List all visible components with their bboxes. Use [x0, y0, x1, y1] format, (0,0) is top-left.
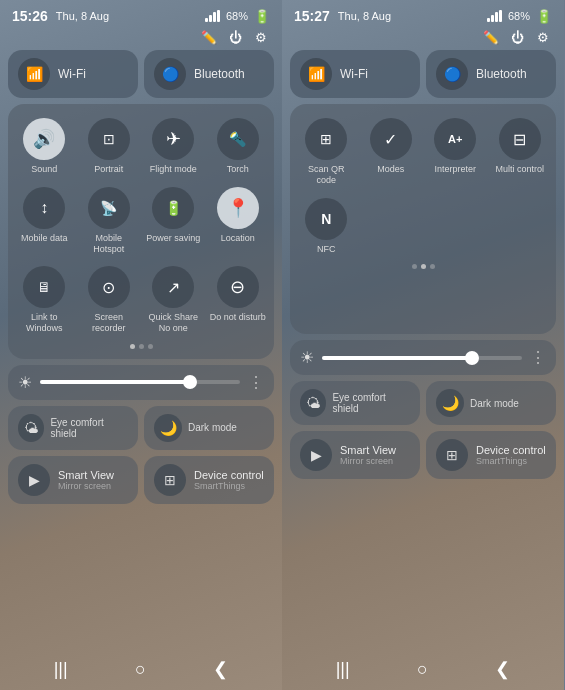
smart-view-btn-1[interactable]: ▶ Smart View Mirror screen — [8, 456, 138, 504]
brightness-bar-2[interactable] — [322, 356, 522, 360]
nav-bar-2: ||| ○ ❮ — [282, 650, 564, 690]
device-control-label-1: Device control — [194, 469, 264, 481]
device-control-btn-2[interactable]: ⊞ Device control SmartThings — [426, 431, 556, 479]
home-nav-icon-1[interactable]: ○ — [135, 659, 146, 680]
mobile-data-label: Mobile data — [21, 233, 68, 244]
edit-icon-2[interactable]: ✏️ — [482, 28, 500, 46]
tile-portrait[interactable]: ⊡ Portrait — [79, 114, 140, 179]
wifi-icon-2: 📶 — [300, 58, 332, 90]
tile-nfc[interactable]: N NFC — [296, 194, 357, 259]
comfort-row-2: 🌤 Eye comfort shield 🌙 Dark mode — [290, 381, 556, 425]
bluetooth-label-2: Bluetooth — [476, 67, 527, 81]
status-time-2: 15:27 — [294, 8, 330, 24]
device-control-icon-2: ⊞ — [436, 439, 468, 471]
wifi-label-1: Wi-Fi — [58, 67, 86, 81]
brightness-more-icon-2[interactable]: ⋮ — [530, 348, 546, 367]
smart-view-btn-2[interactable]: ▶ Smart View Mirror screen — [290, 431, 420, 479]
signal-icon — [205, 10, 220, 22]
torch-label: Torch — [227, 164, 249, 175]
screen-recorder-icon: ⊙ — [88, 266, 130, 308]
tile-scan-qr[interactable]: ⊞ Scan QR code — [296, 114, 357, 190]
dot-3 — [148, 344, 153, 349]
home-nav-icon-2[interactable]: ○ — [417, 659, 428, 680]
recent-nav-icon-1[interactable]: ||| — [54, 659, 68, 680]
device-control-sub-1: SmartThings — [194, 481, 264, 491]
page-dots-1 — [14, 344, 268, 349]
tiles-container-2: ⊞ Scan QR code ✓ Modes A+ Interpreter ⊟ … — [290, 104, 556, 334]
power-saving-icon: 🔋 — [152, 187, 194, 229]
tile-torch[interactable]: 🔦 Torch — [208, 114, 269, 179]
action-icons-2: ✏️ ⏻ ⚙ — [282, 28, 564, 50]
wifi-toggle-1[interactable]: 📶 Wi-Fi — [8, 50, 138, 98]
comfort-row-1: 🌤 Eye comfort shield 🌙 Dark mode — [8, 406, 274, 450]
battery-icon-2: 🔋 — [536, 9, 552, 24]
brightness-bar-1[interactable] — [40, 380, 240, 384]
settings-icon-1[interactable]: ⚙ — [252, 28, 270, 46]
device-control-btn-1[interactable]: ⊞ Device control SmartThings — [144, 456, 274, 504]
sound-label: Sound — [31, 164, 57, 175]
status-date-2: Thu, 8 Aug — [338, 10, 391, 22]
tile-location[interactable]: 📍 Location — [208, 183, 269, 259]
back-nav-icon-2[interactable]: ❮ — [495, 658, 510, 680]
dark-mode-btn-1[interactable]: 🌙 Dark mode — [144, 406, 274, 450]
eye-comfort-btn-1[interactable]: 🌤 Eye comfort shield — [8, 406, 138, 450]
edit-icon-1[interactable]: ✏️ — [200, 28, 218, 46]
location-label: Location — [221, 233, 255, 244]
nfc-icon: N — [305, 198, 347, 240]
torch-icon: 🔦 — [217, 118, 259, 160]
scan-qr-label: Scan QR code — [298, 164, 355, 186]
device-control-text-2: Device control SmartThings — [476, 444, 546, 466]
bluetooth-label-1: Bluetooth — [194, 67, 245, 81]
bluetooth-icon-2: 🔵 — [436, 58, 468, 90]
tile-modes[interactable]: ✓ Modes — [361, 114, 422, 190]
recent-nav-icon-2[interactable]: ||| — [336, 659, 350, 680]
power-icon-2[interactable]: ⏻ — [508, 28, 526, 46]
dnd-icon: ⊖ — [217, 266, 259, 308]
tiles-grid-2: ⊞ Scan QR code ✓ Modes A+ Interpreter ⊟ … — [296, 114, 550, 258]
tile-mobile-data[interactable]: ↕ Mobile data — [14, 183, 75, 259]
bluetooth-toggle-2[interactable]: 🔵 Bluetooth — [426, 50, 556, 98]
tile-dnd[interactable]: ⊖ Do not disturb — [208, 262, 269, 338]
tile-quick-share[interactable]: ↗ Quick Share No one — [143, 262, 204, 338]
smart-view-sub-2: Mirror screen — [340, 456, 396, 466]
dark-mode-icon-2: 🌙 — [436, 389, 464, 417]
status-bar-2: 15:27 Thu, 8 Aug 68% 🔋 — [282, 0, 564, 28]
smart-view-label-2: Smart View — [340, 444, 396, 456]
brightness-low-icon-2: ☀ — [300, 348, 314, 367]
qs-container-1: 📶 Wi-Fi 🔵 Bluetooth 🔊 Sound ⊡ Portrait — [0, 50, 282, 504]
multi-control-label: Multi control — [495, 164, 544, 175]
quick-share-icon: ↗ — [152, 266, 194, 308]
signal-icon-2 — [487, 10, 502, 22]
status-bar-1: 15:26 Thu, 8 Aug 68% 🔋 — [0, 0, 282, 28]
battery-text-2: 68% — [508, 10, 530, 22]
tile-screen-recorder[interactable]: ⊙ Screen recorder — [79, 262, 140, 338]
tile-sound[interactable]: 🔊 Sound — [14, 114, 75, 179]
media-row-1: ▶ Smart View Mirror screen ⊞ Device cont… — [8, 456, 274, 504]
tile-power-saving[interactable]: 🔋 Power saving — [143, 183, 204, 259]
hotspot-icon: 📡 — [88, 187, 130, 229]
brightness-row-2[interactable]: ☀ ⋮ — [290, 340, 556, 375]
tile-link-windows[interactable]: 🖥 Link to Windows — [14, 262, 75, 338]
brightness-row-1[interactable]: ☀ ⋮ — [8, 365, 274, 400]
settings-icon-2[interactable]: ⚙ — [534, 28, 552, 46]
screen-recorder-label: Screen recorder — [81, 312, 138, 334]
tile-hotspot[interactable]: 📡 Mobile Hotspot — [79, 183, 140, 259]
flight-label: Flight mode — [150, 164, 197, 175]
back-nav-icon-1[interactable]: ❮ — [213, 658, 228, 680]
battery-icon-1: 🔋 — [254, 9, 270, 24]
interpreter-icon: A+ — [434, 118, 476, 160]
tile-multi-control[interactable]: ⊟ Multi control — [490, 114, 551, 190]
eye-comfort-icon-2: 🌤 — [300, 389, 326, 417]
dark-mode-label-2: Dark mode — [470, 398, 519, 409]
tile-interpreter[interactable]: A+ Interpreter — [425, 114, 486, 190]
scan-qr-icon: ⊞ — [305, 118, 347, 160]
dark-mode-btn-2[interactable]: 🌙 Dark mode — [426, 381, 556, 425]
brightness-more-icon[interactable]: ⋮ — [248, 373, 264, 392]
page-dots-2 — [296, 264, 550, 269]
tiles-container-1: 🔊 Sound ⊡ Portrait ✈ Flight mode 🔦 Torch… — [8, 104, 274, 359]
bluetooth-toggle-1[interactable]: 🔵 Bluetooth — [144, 50, 274, 98]
power-icon-1[interactable]: ⏻ — [226, 28, 244, 46]
wifi-toggle-2[interactable]: 📶 Wi-Fi — [290, 50, 420, 98]
tile-flight[interactable]: ✈ Flight mode — [143, 114, 204, 179]
eye-comfort-btn-2[interactable]: 🌤 Eye comfort shield — [290, 381, 420, 425]
